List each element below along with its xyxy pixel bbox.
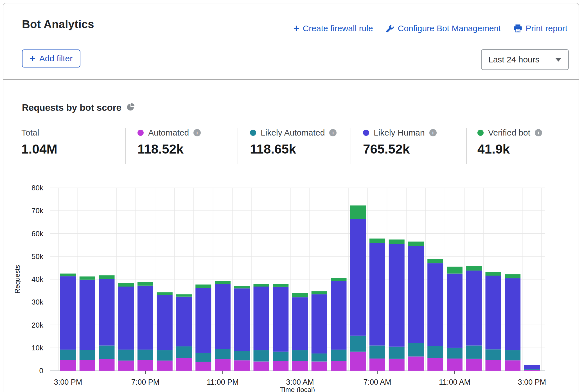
stat-divider (125, 128, 126, 164)
stat-verified-bot-label: Verified bot (488, 128, 530, 138)
svg-text:20k: 20k (31, 321, 44, 329)
stat-automated-value: 118.52k (137, 141, 201, 157)
print-report-label: Print report (526, 24, 567, 33)
stat-automated-label: Automated (148, 128, 189, 138)
configure-bot-management-label: Configure Bot Management (398, 24, 501, 33)
time-range-select[interactable]: Last 24 hours (481, 49, 569, 70)
stat-total-label: Total (21, 128, 57, 138)
svg-text:30k: 30k (31, 298, 44, 306)
pie-chart-icon (127, 103, 135, 112)
info-icon[interactable]: i (535, 129, 542, 136)
svg-text:11:00 AM: 11:00 AM (439, 378, 470, 386)
stat-likely-human-value: 765.52k (363, 141, 437, 157)
stat-divider (351, 128, 351, 164)
svg-text:Time (local): Time (local) (280, 386, 315, 392)
header-actions: + Create firewall rule Configure Bot Man… (294, 24, 567, 33)
section-title: Requests by bot score (22, 102, 121, 113)
time-range-value: Last 24 hours (488, 55, 555, 64)
create-firewall-rule-label: Create firewall rule (303, 24, 373, 33)
info-icon[interactable]: i (193, 129, 201, 136)
svg-text:7:00 AM: 7:00 AM (363, 378, 391, 386)
stat-likely-automated-label: Likely Automated (261, 128, 325, 138)
legend-dot-verified-bot (477, 130, 484, 136)
svg-text:3:00 PM: 3:00 PM (54, 378, 82, 386)
legend-dot-likely-human (363, 130, 369, 136)
page-title: Bot Analytics (22, 18, 94, 31)
info-icon[interactable]: i (429, 129, 437, 136)
stat-divider (238, 128, 238, 164)
svg-text:0: 0 (39, 366, 43, 375)
stat-likely-human: Likely Human i 765.52k (363, 128, 437, 157)
legend-dot-likely-automated (250, 130, 256, 136)
svg-text:7:00 PM: 7:00 PM (131, 378, 160, 386)
add-filter-label: Add filter (39, 54, 73, 63)
svg-text:11:00 PM: 11:00 PM (207, 378, 239, 386)
svg-text:Requests: Requests (13, 265, 21, 293)
svg-text:3:00 AM: 3:00 AM (286, 378, 314, 386)
stat-likely-human-label: Likely Human (374, 128, 425, 138)
svg-text:10k: 10k (31, 344, 44, 352)
add-filter-button[interactable]: + Add filter (22, 49, 80, 67)
stat-verified-bot-value: 41.9k (477, 141, 542, 157)
svg-text:60k: 60k (31, 229, 44, 238)
wrench-icon (385, 24, 394, 33)
requests-by-bot-score-chart[interactable]: 010k20k30k40k50k60k70k80k3:00 PM7:00 PM1… (12, 180, 569, 392)
create-firewall-rule-link[interactable]: + Create firewall rule (294, 24, 373, 33)
configure-bot-management-link[interactable]: Configure Bot Management (385, 24, 501, 33)
section-title-row: Requests by bot score (22, 102, 135, 113)
stat-total: Total 1.04M (21, 128, 57, 157)
stat-likely-automated-value: 118.65k (250, 141, 337, 157)
print-report-link[interactable]: Print report (513, 24, 567, 33)
svg-text:50k: 50k (31, 252, 44, 261)
card-header: Bot Analytics + Create firewall rule Con… (3, 3, 579, 80)
chevron-down-icon (555, 58, 561, 62)
svg-text:3:00 PM: 3:00 PM (518, 378, 546, 386)
stat-verified-bot: Verified bot i 41.9k (477, 128, 542, 157)
svg-text:70k: 70k (31, 206, 44, 215)
svg-text:80k: 80k (31, 184, 44, 192)
info-icon[interactable]: i (329, 129, 337, 136)
stat-divider (466, 128, 467, 164)
stat-likely-automated: Likely Automated i 118.65k (250, 128, 337, 157)
bot-analytics-card: Bot Analytics + Create firewall rule Con… (3, 3, 579, 392)
printer-icon (513, 24, 522, 33)
stat-total-value: 1.04M (21, 141, 57, 157)
stat-automated: Automated i 118.52k (137, 128, 201, 157)
svg-text:40k: 40k (31, 275, 44, 283)
plus-icon: + (294, 24, 299, 33)
legend-dot-automated (137, 130, 144, 136)
plus-icon: + (30, 54, 35, 63)
